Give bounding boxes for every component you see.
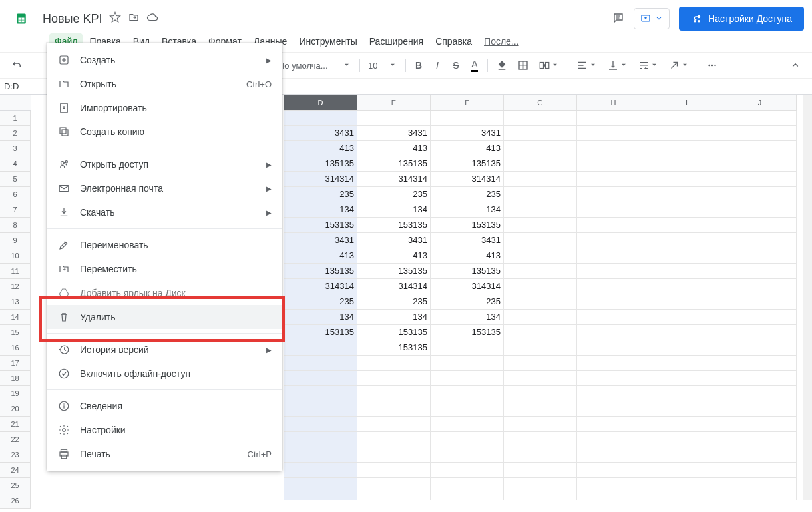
cell[interactable] (650, 141, 723, 156)
cell[interactable] (431, 447, 504, 463)
cell[interactable] (723, 172, 797, 187)
comments-icon[interactable] (612, 12, 624, 26)
row-header[interactable]: 4 (0, 156, 31, 172)
cell[interactable] (504, 202, 577, 218)
cell[interactable] (504, 401, 577, 417)
column-header[interactable]: I (650, 95, 723, 111)
collapse-toolbar-button[interactable] (785, 57, 805, 74)
row-header[interactable]: 26 (0, 493, 31, 509)
cell[interactable] (284, 493, 357, 500)
star-icon[interactable] (109, 11, 121, 27)
cell[interactable] (723, 126, 797, 141)
cell[interactable] (284, 478, 357, 493)
cell[interactable] (650, 111, 723, 126)
rotate-button[interactable] (664, 57, 694, 74)
merge-button[interactable] (534, 57, 564, 74)
cell[interactable] (650, 264, 723, 279)
cell[interactable] (723, 141, 797, 156)
cell[interactable]: 153135 (284, 218, 357, 233)
menu-help[interactable]: Справка (430, 33, 477, 49)
row-header[interactable]: 25 (0, 478, 31, 493)
cell[interactable] (650, 493, 723, 500)
more-button[interactable] (702, 57, 722, 74)
file-menu-item[interactable]: ПечатьCtrl+P (47, 442, 282, 466)
cell[interactable] (723, 340, 797, 356)
cell[interactable]: 235 (284, 294, 357, 310)
row-header[interactable]: 18 (0, 371, 31, 386)
cell[interactable] (357, 386, 431, 401)
cell[interactable] (723, 493, 797, 500)
cell[interactable] (577, 463, 650, 478)
borders-button[interactable] (513, 57, 533, 74)
cell[interactable] (577, 187, 650, 202)
cell[interactable] (723, 371, 797, 386)
cell[interactable] (723, 386, 797, 401)
row-header[interactable]: 22 (0, 432, 31, 447)
cell[interactable] (284, 340, 357, 356)
cell[interactable] (357, 371, 431, 386)
row-header[interactable]: 10 (0, 248, 31, 264)
cell[interactable] (723, 218, 797, 233)
file-menu-item[interactable]: Переименовать (47, 233, 282, 257)
file-menu-item[interactable]: Переместить (47, 257, 282, 281)
cell[interactable]: 3431 (431, 126, 504, 141)
cell[interactable] (284, 447, 357, 463)
cell[interactable] (504, 279, 577, 294)
cell[interactable] (577, 493, 650, 500)
doc-title[interactable]: Новые KPI (43, 12, 102, 26)
cell[interactable] (650, 294, 723, 310)
cell[interactable] (650, 463, 723, 478)
row-header[interactable]: 21 (0, 417, 31, 432)
cell[interactable] (431, 417, 504, 432)
cell[interactable]: 134 (357, 310, 431, 325)
cell[interactable] (723, 202, 797, 218)
row-header[interactable]: 20 (0, 401, 31, 417)
cell[interactable] (431, 111, 504, 126)
cell[interactable]: 235 (431, 187, 504, 202)
cell[interactable] (431, 340, 504, 356)
fill-color-button[interactable] (492, 57, 512, 74)
row-header[interactable]: 15 (0, 325, 31, 340)
cell[interactable] (577, 401, 650, 417)
cell[interactable] (577, 279, 650, 294)
cell[interactable]: 413 (357, 248, 431, 264)
move-icon[interactable] (128, 11, 140, 27)
cell[interactable] (504, 111, 577, 126)
v-align-button[interactable] (603, 57, 632, 74)
cell[interactable] (284, 356, 357, 371)
cell[interactable] (504, 264, 577, 279)
cell[interactable]: 3431 (431, 233, 504, 248)
cell[interactable]: 314314 (357, 279, 431, 294)
cell[interactable] (431, 463, 504, 478)
cell[interactable] (723, 447, 797, 463)
cell[interactable]: 3431 (357, 126, 431, 141)
cell[interactable]: 135135 (357, 264, 431, 279)
cell[interactable]: 235 (357, 294, 431, 310)
cell[interactable] (357, 432, 431, 447)
cell[interactable] (504, 478, 577, 493)
cell[interactable] (504, 371, 577, 386)
cell[interactable] (723, 478, 797, 493)
cell[interactable] (504, 172, 577, 187)
size-select[interactable]: 10 (364, 59, 401, 73)
cell[interactable]: 3431 (357, 233, 431, 248)
row-header[interactable]: 17 (0, 356, 31, 371)
cell[interactable]: 235 (431, 294, 504, 310)
cell[interactable] (650, 187, 723, 202)
file-menu-item[interactable]: Удалить (47, 305, 282, 329)
cell[interactable] (577, 156, 650, 172)
cell[interactable] (431, 432, 504, 447)
select-all-corner[interactable] (0, 95, 31, 111)
cell[interactable]: 134 (357, 202, 431, 218)
row-header[interactable]: 1 (0, 111, 31, 126)
cell[interactable] (577, 141, 650, 156)
cell[interactable] (650, 401, 723, 417)
cell[interactable] (650, 340, 723, 356)
cell[interactable] (357, 356, 431, 371)
cell[interactable] (504, 248, 577, 264)
row-header[interactable]: 14 (0, 310, 31, 325)
cell[interactable] (577, 264, 650, 279)
column-header[interactable]: F (431, 95, 504, 111)
column-header[interactable]: J (723, 95, 797, 111)
row-header[interactable]: 13 (0, 294, 31, 310)
